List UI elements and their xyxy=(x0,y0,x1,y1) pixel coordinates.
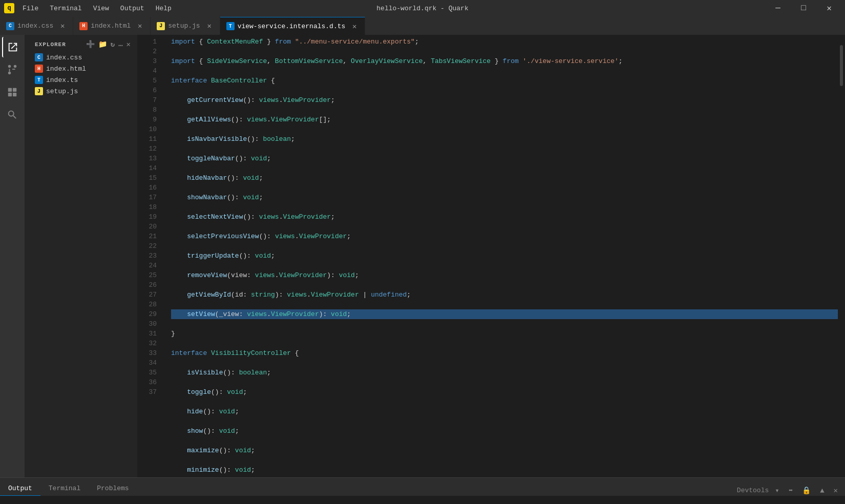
window-controls: — □ ✕ xyxy=(766,0,841,16)
scroll-bar[interactable] xyxy=(838,35,845,477)
title-bar-left: q File Terminal View Output Help xyxy=(4,3,177,14)
panel-expand-btn[interactable]: ▲ xyxy=(817,486,827,496)
menu-bar: File Terminal View Output Help xyxy=(17,3,177,14)
app-icon: q xyxy=(4,3,14,13)
activity-search[interactable] xyxy=(2,104,23,125)
sidebar-filename-index-css: index.css xyxy=(46,54,82,61)
tab-icon-css: C xyxy=(6,22,14,30)
sidebar-file-setup-js[interactable]: J setup.js xyxy=(25,86,137,97)
tab-icon-html: H xyxy=(79,22,88,30)
tab-view-service[interactable]: T view-service.internals.d.ts ✕ xyxy=(220,17,366,35)
tab-icon-js: J xyxy=(157,22,165,30)
maximize-button[interactable]: □ xyxy=(792,0,815,16)
tab-icon-ts: T xyxy=(226,22,235,30)
sidebar-file-index-html[interactable]: H index.html xyxy=(25,63,137,74)
panel-right-controls: Devtools ▾ ⬌ 🔒 ▲ ✕ xyxy=(737,485,845,496)
svg-rect-2 xyxy=(8,93,12,96)
panel-tab-terminal[interactable]: Terminal xyxy=(40,481,89,496)
svg-rect-1 xyxy=(13,88,16,92)
panel-tab-problems[interactable]: Problems xyxy=(89,481,137,496)
menu-output[interactable]: Output xyxy=(115,3,150,14)
editor-area[interactable]: 12345 678910 1112131415 1617181920 21222… xyxy=(137,35,845,477)
tab-setup-js[interactable]: J setup.js ✕ xyxy=(151,17,220,35)
svg-rect-0 xyxy=(8,88,12,92)
tab-close-view-service[interactable]: ✕ xyxy=(350,22,358,30)
bottom-panel: Output Terminal Problems Devtools ▾ ⬌ 🔒 … xyxy=(0,477,845,504)
panel-split-btn[interactable]: ⬌ xyxy=(786,485,796,496)
sidebar-new-folder-icon[interactable]: 📁 xyxy=(98,40,108,49)
tab-label-setup-js: setup.js xyxy=(168,22,200,30)
sidebar-new-file-icon[interactable]: ➕ xyxy=(86,40,95,49)
menu-terminal[interactable]: Terminal xyxy=(45,3,87,14)
tab-label-view-service: view-service.internals.d.ts xyxy=(238,23,346,30)
svg-rect-3 xyxy=(13,93,16,96)
menu-file[interactable]: File xyxy=(17,3,44,14)
menu-view[interactable]: View xyxy=(88,3,114,14)
sidebar-header: Explorer ➕ 📁 ↻ … ✕ xyxy=(25,35,137,52)
code-area[interactable]: 12345 678910 1112131415 1617181920 21222… xyxy=(137,35,845,477)
sidebar-file-index-ts[interactable]: T index.ts xyxy=(25,74,137,86)
sidebar-filename-index-html: index.html xyxy=(46,65,86,73)
scroll-thumb[interactable] xyxy=(840,45,843,86)
activity-source-control[interactable] xyxy=(2,59,23,80)
sidebar-file-index-css[interactable]: C index.css xyxy=(25,52,137,63)
main-layout: Explorer ➕ 📁 ↻ … ✕ C index.css H index.h… xyxy=(0,35,845,477)
sidebar-title: Explorer xyxy=(35,41,66,48)
sidebar: Explorer ➕ 📁 ↻ … ✕ C index.css H index.h… xyxy=(25,35,137,477)
tab-close-setup-js[interactable]: ✕ xyxy=(205,22,214,30)
panel-tabs: Output Terminal Problems Devtools ▾ ⬌ 🔒 … xyxy=(0,478,845,496)
line-numbers: 12345 678910 1112131415 1617181920 21222… xyxy=(137,35,163,477)
tab-index-css[interactable]: C index.css ✕ xyxy=(0,17,73,35)
sidebar-close-icon[interactable]: ✕ xyxy=(126,40,131,49)
tab-label-index-css: index.css xyxy=(17,22,53,30)
close-button[interactable]: ✕ xyxy=(817,0,841,16)
tab-close-index-css[interactable]: ✕ xyxy=(58,22,67,30)
panel-dropdown-btn[interactable]: ▾ xyxy=(772,485,782,496)
panel-close-btn[interactable]: ✕ xyxy=(831,485,841,496)
panel-content xyxy=(0,496,845,504)
menu-help[interactable]: Help xyxy=(151,3,177,14)
activity-explorer[interactable] xyxy=(2,37,23,57)
panel-lock-btn[interactable]: 🔒 xyxy=(799,485,814,496)
code-content[interactable]: import { ContextMenuRef } from "../menu-… xyxy=(163,35,838,477)
sidebar-filename-setup-js: setup.js xyxy=(46,88,78,95)
panel-label: Devtools xyxy=(737,487,769,494)
file-icon-html: H xyxy=(35,65,43,73)
sidebar-header-icons: ➕ 📁 ↻ … ✕ xyxy=(86,40,131,49)
sidebar-filename-index-ts: index.ts xyxy=(46,76,78,84)
window-title: hello-world.qrk - Quark xyxy=(376,5,468,12)
file-icon-css: C xyxy=(35,53,43,61)
file-icon-js: J xyxy=(35,87,43,95)
tab-index-html[interactable]: H index.html ✕ xyxy=(73,17,151,35)
tab-label-index-html: index.html xyxy=(91,22,131,30)
title-bar: q File Terminal View Output Help hello-w… xyxy=(0,0,845,16)
minimize-button[interactable]: — xyxy=(766,0,790,16)
activity-extensions[interactable] xyxy=(2,82,23,102)
tab-close-index-html[interactable]: ✕ xyxy=(136,22,144,30)
file-icon-ts: T xyxy=(35,76,43,84)
sidebar-more-icon[interactable]: … xyxy=(118,40,123,49)
sidebar-refresh-icon[interactable]: ↻ xyxy=(111,40,115,49)
tabs-bar: C index.css ✕ H index.html ✕ J setup.js … xyxy=(0,16,845,35)
panel-tab-output[interactable]: Output xyxy=(0,481,40,496)
activity-bar xyxy=(0,35,25,477)
